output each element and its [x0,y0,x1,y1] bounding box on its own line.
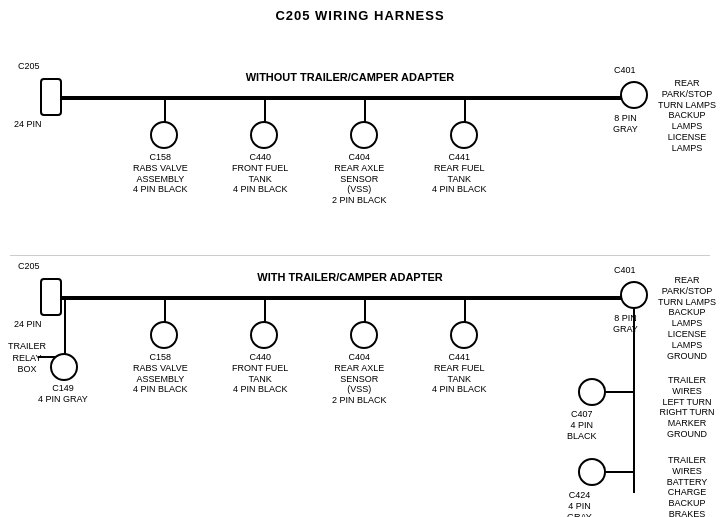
c401-top-sublabel: REAR PARK/STOPTURN LAMPSBACKUP LAMPSLICE… [654,78,720,154]
c404-top-label: C404REAR AXLESENSOR(VSS)2 PIN BLACK [332,152,387,206]
c205-bot-sublabel: 24 PIN [14,319,42,330]
c440-top-vline [264,96,266,124]
c158-top-vline [164,96,166,124]
section-divider [10,255,710,256]
c404-top-vline [364,96,366,124]
c205-top-label: C205 [18,61,40,72]
c401-top-label: C401 [614,65,636,76]
c149-vline [64,296,66,356]
diagram-container: WITHOUT TRAILER/CAMPER ADAPTER C205 24 P… [0,23,720,513]
c404-bot-label: C404REAR AXLESENSOR(VSS)2 PIN BLACK [332,352,387,406]
c441-bot-connector [450,321,478,349]
c441-top-vline [464,96,466,124]
c401-top-pinlabel: 8 PINGRAY [613,113,638,135]
section2-mainline [60,296,640,300]
c401-top-connector [620,81,648,109]
c404-top-connector [350,121,378,149]
c205-top-connector [40,78,62,116]
c440-bot-label: C440FRONT FUELTANK4 PIN BLACK [232,352,288,395]
trailer-relay-label: TRAILERRELAYBOX [8,341,46,376]
c205-top-sublabel: 24 PIN [14,119,42,130]
c424-label: C4244 PINGRAY [567,490,592,517]
c407-hline [606,391,634,393]
c424-hline [606,471,634,473]
c440-bot-vline [264,296,266,324]
section2-label: WITH TRAILER/CAMPER ADAPTER [160,271,540,284]
c440-top-connector [250,121,278,149]
c149-label: C1494 PIN GRAY [38,383,88,405]
c205-bot-connector [40,278,62,316]
c401-bot-connector [620,281,648,309]
c441-bot-label: C441REAR FUELTANK4 PIN BLACK [432,352,487,395]
section1-label: WITHOUT TRAILER/CAMPER ADAPTER [160,71,540,84]
c158-bot-connector [150,321,178,349]
c424-connector [578,458,606,486]
c401-bot-sublabel: REAR PARK/STOPTURN LAMPSBACKUP LAMPSLICE… [654,275,720,361]
c158-bot-label: C158RABS VALVEASSEMBLY4 PIN BLACK [133,352,188,395]
c205-bot-label: C205 [18,261,40,272]
c401-bot-vline-down [633,308,635,493]
c441-bot-vline [464,296,466,324]
c440-bot-connector [250,321,278,349]
c441-top-connector [450,121,478,149]
c158-bot-vline [164,296,166,324]
c149-connector [50,353,78,381]
c424-desc: TRAILER WIRESBATTERY CHARGEBACKUPBRAKES [654,455,720,517]
section1-mainline [60,96,640,100]
c401-bot-label: C401 [614,265,636,276]
c404-bot-connector [350,321,378,349]
page-title: C205 WIRING HARNESS [0,0,720,23]
c407-desc: TRAILER WIRESLEFT TURNRIGHT TURNMARKERGR… [654,375,720,440]
c158-top-label: C158RABS VALVEASSEMBLY4 PIN BLACK [133,152,188,195]
c404-bot-vline [364,296,366,324]
c441-top-label: C441REAR FUELTANK4 PIN BLACK [432,152,487,195]
c158-top-connector [150,121,178,149]
c407-connector [578,378,606,406]
c440-top-label: C440FRONT FUELTANK4 PIN BLACK [232,152,288,195]
c407-label: C4074 PINBLACK [567,409,597,441]
